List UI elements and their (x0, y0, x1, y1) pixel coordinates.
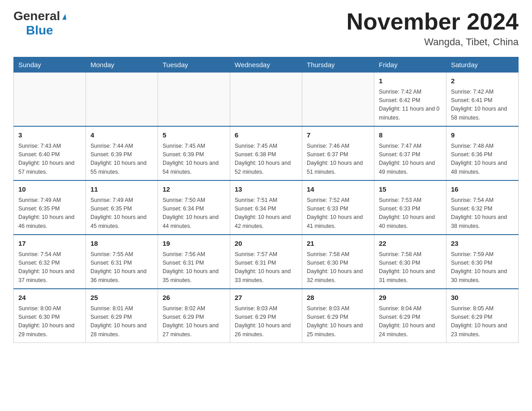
col-sunday: Sunday (14, 57, 86, 73)
cell-w3-d2: 12Sunrise: 7:50 AM Sunset: 6:34 PM Dayli… (158, 180, 230, 235)
day-info: Sunrise: 7:45 AM Sunset: 6:38 PM Dayligh… (235, 142, 297, 177)
day-info: Sunrise: 7:42 AM Sunset: 6:42 PM Dayligh… (379, 88, 442, 123)
cell-w2-d0: 3Sunrise: 7:43 AM Sunset: 6:40 PM Daylig… (14, 126, 86, 180)
col-tuesday: Tuesday (158, 57, 230, 73)
cell-w4-d5: 22Sunrise: 7:58 AM Sunset: 6:30 PM Dayli… (374, 235, 446, 289)
day-number: 7 (307, 130, 369, 141)
cell-w1-d3 (230, 73, 302, 127)
cell-w4-d3: 20Sunrise: 7:57 AM Sunset: 6:31 PM Dayli… (230, 235, 302, 289)
cell-w2-d4: 7Sunrise: 7:46 AM Sunset: 6:37 PM Daylig… (302, 126, 374, 180)
cell-w5-d3: 27Sunrise: 8:03 AM Sunset: 6:29 PM Dayli… (230, 289, 302, 343)
day-number: 13 (235, 184, 297, 195)
day-number: 1 (379, 76, 442, 86)
day-info: Sunrise: 7:55 AM Sunset: 6:31 PM Dayligh… (90, 250, 153, 285)
day-info: Sunrise: 7:46 AM Sunset: 6:37 PM Dayligh… (307, 142, 369, 177)
day-number: 10 (18, 184, 81, 195)
cell-w2-d3: 6Sunrise: 7:45 AM Sunset: 6:38 PM Daylig… (230, 126, 302, 180)
col-friday: Friday (374, 57, 446, 73)
cell-w3-d6: 16Sunrise: 7:54 AM Sunset: 6:32 PM Dayli… (446, 180, 519, 235)
day-info: Sunrise: 8:02 AM Sunset: 6:29 PM Dayligh… (163, 304, 225, 339)
day-number: 25 (90, 293, 153, 303)
cell-w5-d2: 26Sunrise: 8:02 AM Sunset: 6:29 PM Dayli… (158, 289, 230, 343)
day-number: 11 (90, 184, 153, 195)
day-number: 20 (235, 239, 297, 249)
cell-w2-d2: 5Sunrise: 7:45 AM Sunset: 6:39 PM Daylig… (158, 126, 230, 180)
day-info: Sunrise: 7:54 AM Sunset: 6:32 PM Dayligh… (18, 250, 81, 285)
day-info: Sunrise: 7:49 AM Sunset: 6:35 PM Dayligh… (90, 196, 153, 231)
cell-w1-d2 (158, 73, 230, 127)
day-number: 18 (90, 239, 153, 249)
cell-w3-d4: 14Sunrise: 7:52 AM Sunset: 6:33 PM Dayli… (302, 180, 374, 235)
page-header: General Blue November 2024 Wangda, Tibet… (13, 9, 519, 48)
logo: General Blue (13, 9, 66, 38)
col-thursday: Thursday (302, 57, 374, 73)
week-row-5: 24Sunrise: 8:00 AM Sunset: 6:30 PM Dayli… (14, 289, 519, 343)
day-number: 26 (163, 293, 225, 303)
cell-w1-d4 (302, 73, 374, 127)
title-block: November 2024 Wangda, Tibet, China (347, 9, 519, 48)
day-number: 6 (235, 130, 297, 141)
day-number: 23 (451, 239, 514, 249)
day-info: Sunrise: 8:05 AM Sunset: 6:29 PM Dayligh… (451, 304, 514, 339)
day-number: 16 (451, 184, 514, 195)
day-number: 12 (163, 184, 225, 195)
cell-w4-d4: 21Sunrise: 7:58 AM Sunset: 6:30 PM Dayli… (302, 235, 374, 289)
day-number: 30 (451, 293, 514, 303)
cell-w3-d5: 15Sunrise: 7:53 AM Sunset: 6:33 PM Dayli… (374, 180, 446, 235)
col-wednesday: Wednesday (230, 57, 302, 73)
calendar-header-row: Sunday Monday Tuesday Wednesday Thursday… (14, 57, 519, 73)
cell-w2-d5: 8Sunrise: 7:47 AM Sunset: 6:37 PM Daylig… (374, 126, 446, 180)
day-info: Sunrise: 7:48 AM Sunset: 6:36 PM Dayligh… (451, 142, 514, 177)
calendar-subtitle: Wangda, Tibet, China (347, 36, 519, 48)
cell-w1-d0 (14, 73, 86, 127)
col-saturday: Saturday (446, 57, 519, 73)
day-info: Sunrise: 7:54 AM Sunset: 6:32 PM Dayligh… (451, 196, 514, 231)
day-info: Sunrise: 7:59 AM Sunset: 6:30 PM Dayligh… (451, 250, 514, 285)
col-monday: Monday (86, 57, 158, 73)
logo-blue-text: Blue (26, 23, 53, 37)
day-info: Sunrise: 7:56 AM Sunset: 6:31 PM Dayligh… (163, 250, 225, 285)
calendar-title: November 2024 (347, 9, 519, 34)
day-info: Sunrise: 7:58 AM Sunset: 6:30 PM Dayligh… (307, 250, 369, 285)
day-number: 4 (90, 130, 153, 141)
logo-triangle-icon (61, 14, 66, 20)
day-number: 29 (379, 293, 442, 303)
day-info: Sunrise: 7:52 AM Sunset: 6:33 PM Dayligh… (307, 196, 369, 231)
day-info: Sunrise: 7:57 AM Sunset: 6:31 PM Dayligh… (235, 250, 297, 285)
cell-w1-d6: 2Sunrise: 7:42 AM Sunset: 6:41 PM Daylig… (446, 73, 519, 127)
day-info: Sunrise: 7:53 AM Sunset: 6:33 PM Dayligh… (379, 196, 442, 231)
day-number: 17 (18, 239, 81, 249)
cell-w1-d5: 1Sunrise: 7:42 AM Sunset: 6:42 PM Daylig… (374, 73, 446, 127)
cell-w5-d4: 28Sunrise: 8:03 AM Sunset: 6:29 PM Dayli… (302, 289, 374, 343)
day-info: Sunrise: 7:42 AM Sunset: 6:41 PM Dayligh… (451, 88, 514, 123)
day-number: 14 (307, 184, 369, 195)
cell-w4-d2: 19Sunrise: 7:56 AM Sunset: 6:31 PM Dayli… (158, 235, 230, 289)
cell-w5-d0: 24Sunrise: 8:00 AM Sunset: 6:30 PM Dayli… (14, 289, 86, 343)
day-info: Sunrise: 7:47 AM Sunset: 6:37 PM Dayligh… (379, 142, 442, 177)
day-number: 24 (18, 293, 81, 303)
week-row-1: 1Sunrise: 7:42 AM Sunset: 6:42 PM Daylig… (14, 73, 519, 127)
day-number: 15 (379, 184, 442, 195)
cell-w4-d6: 23Sunrise: 7:59 AM Sunset: 6:30 PM Dayli… (446, 235, 519, 289)
day-number: 2 (451, 76, 514, 86)
cell-w3-d3: 13Sunrise: 7:51 AM Sunset: 6:34 PM Dayli… (230, 180, 302, 235)
cell-w5-d1: 25Sunrise: 8:01 AM Sunset: 6:29 PM Dayli… (86, 289, 158, 343)
day-info: Sunrise: 8:01 AM Sunset: 6:29 PM Dayligh… (90, 304, 153, 339)
day-number: 19 (163, 239, 225, 249)
day-info: Sunrise: 8:04 AM Sunset: 6:29 PM Dayligh… (379, 304, 442, 339)
week-row-2: 3Sunrise: 7:43 AM Sunset: 6:40 PM Daylig… (14, 126, 519, 180)
day-info: Sunrise: 7:43 AM Sunset: 6:40 PM Dayligh… (18, 142, 81, 177)
cell-w4-d0: 17Sunrise: 7:54 AM Sunset: 6:32 PM Dayli… (14, 235, 86, 289)
day-info: Sunrise: 8:00 AM Sunset: 6:30 PM Dayligh… (18, 304, 81, 339)
day-number: 28 (307, 293, 369, 303)
day-info: Sunrise: 8:03 AM Sunset: 6:29 PM Dayligh… (307, 304, 369, 339)
day-info: Sunrise: 7:44 AM Sunset: 6:39 PM Dayligh… (90, 142, 153, 177)
day-info: Sunrise: 7:45 AM Sunset: 6:39 PM Dayligh… (163, 142, 225, 177)
logo-general-text: General (13, 9, 60, 23)
day-info: Sunrise: 7:58 AM Sunset: 6:30 PM Dayligh… (379, 250, 442, 285)
day-info: Sunrise: 8:03 AM Sunset: 6:29 PM Dayligh… (235, 304, 297, 339)
calendar-table: Sunday Monday Tuesday Wednesday Thursday… (13, 57, 519, 343)
day-number: 27 (235, 293, 297, 303)
day-info: Sunrise: 7:51 AM Sunset: 6:34 PM Dayligh… (235, 196, 297, 231)
week-row-4: 17Sunrise: 7:54 AM Sunset: 6:32 PM Dayli… (14, 235, 519, 289)
